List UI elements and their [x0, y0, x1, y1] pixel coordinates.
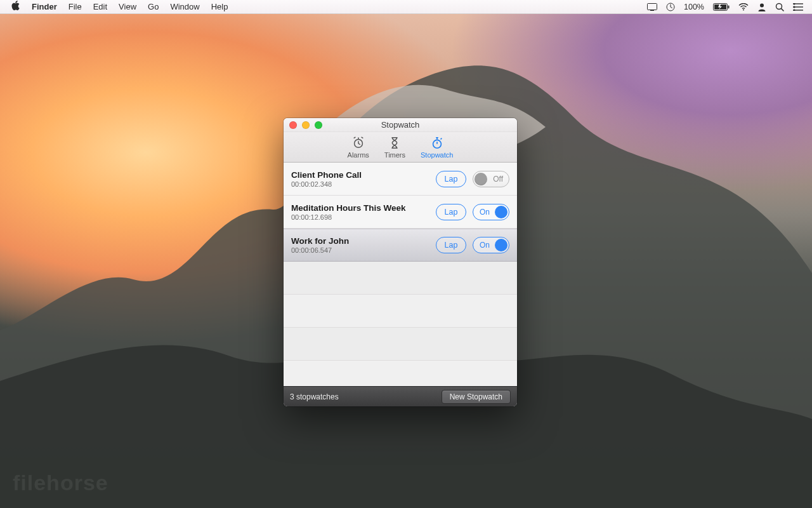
- hourglass-icon: [388, 136, 402, 150]
- spotlight-icon[interactable]: [775, 3, 784, 11]
- status-text: 3 stopwatches: [290, 392, 339, 401]
- svg-point-6: [743, 9, 744, 10]
- lap-button[interactable]: Lap: [436, 171, 466, 187]
- stopwatch-time: 00:00:06.547: [291, 246, 349, 254]
- svg-rect-1: [650, 10, 654, 11]
- svg-line-9: [782, 8, 784, 11]
- window-close-button[interactable]: [289, 121, 297, 129]
- battery-percent[interactable]: 100%: [684, 3, 704, 11]
- run-toggle[interactable]: On: [473, 204, 509, 220]
- new-stopwatch-button[interactable]: New Stopwatch: [442, 390, 511, 404]
- watermark: filehorse: [13, 471, 108, 495]
- toolbar: Alarms Timers Stopwatch: [284, 132, 517, 163]
- toggle-knob: [495, 206, 508, 218]
- user-icon[interactable]: [757, 3, 766, 11]
- svg-rect-5: [728, 5, 730, 8]
- run-toggle[interactable]: Off: [473, 171, 509, 187]
- menubar-item-file[interactable]: File: [69, 2, 82, 11]
- toggle-label: On: [480, 208, 490, 217]
- wifi-icon[interactable]: [738, 3, 749, 11]
- svg-rect-0: [648, 3, 657, 10]
- titlebar[interactable]: Stopwatch: [284, 118, 517, 132]
- battery-icon[interactable]: [713, 3, 730, 11]
- empty-row: [284, 328, 517, 361]
- menubar-item-edit[interactable]: Edit: [93, 2, 107, 11]
- apple-icon[interactable]: [11, 1, 20, 13]
- empty-row: [284, 295, 517, 328]
- svg-point-7: [760, 3, 764, 7]
- toggle-label: Off: [493, 175, 503, 184]
- empty-row: [284, 361, 517, 386]
- statusbar: 3 stopwatches New Stopwatch: [284, 386, 517, 406]
- lap-button[interactable]: Lap: [436, 237, 466, 253]
- stopwatch-row[interactable]: Work for John 00:00:06.547 Lap On: [284, 229, 517, 262]
- alarm-clock-icon: [351, 136, 365, 150]
- display-icon[interactable]: [647, 3, 657, 11]
- menubar-item-view[interactable]: View: [119, 2, 136, 11]
- clock-icon[interactable]: [666, 3, 675, 11]
- svg-point-13: [794, 3, 796, 5]
- tab-label: Timers: [384, 151, 405, 159]
- tab-label: Stopwatch: [421, 151, 453, 159]
- stopwatch-time: 00:00:02.348: [291, 180, 362, 188]
- svg-point-18: [433, 140, 441, 148]
- stopwatch-label: Meditation Hours This Week: [291, 203, 406, 213]
- lap-button[interactable]: Lap: [436, 204, 466, 220]
- menubar-item-window[interactable]: Window: [170, 2, 199, 11]
- stopwatch-icon: [430, 136, 444, 150]
- svg-point-14: [794, 6, 796, 8]
- desktop: Finder File Edit View Go Window Help 100…: [0, 0, 812, 508]
- tab-stopwatch[interactable]: Stopwatch: [421, 136, 453, 159]
- tab-timers[interactable]: Timers: [384, 136, 405, 159]
- stopwatch-label: Work for John: [291, 236, 349, 246]
- notification-center-icon[interactable]: [793, 3, 803, 11]
- menubar: Finder File Edit View Go Window Help 100…: [0, 0, 812, 14]
- stopwatch-window: Stopwatch Alarms Timers Stopwatch: [284, 118, 517, 406]
- window-zoom-button[interactable]: [315, 121, 322, 129]
- toggle-label: On: [480, 241, 490, 250]
- stopwatch-list: Client Phone Call 00:00:02.348 Lap Off M…: [284, 163, 517, 386]
- menubar-item-help[interactable]: Help: [211, 2, 228, 11]
- run-toggle[interactable]: On: [473, 237, 509, 253]
- window-minimize-button[interactable]: [302, 121, 310, 129]
- stopwatch-row[interactable]: Meditation Hours This Week 00:00:12.698 …: [284, 196, 517, 229]
- tab-label: Alarms: [348, 151, 369, 159]
- svg-point-17: [358, 138, 359, 139]
- toggle-knob: [495, 239, 508, 251]
- menubar-item-go[interactable]: Go: [148, 2, 159, 11]
- stopwatch-row[interactable]: Client Phone Call 00:00:02.348 Lap Off: [284, 163, 517, 196]
- toggle-knob: [475, 173, 487, 185]
- stopwatch-time: 00:00:12.698: [291, 213, 406, 221]
- tab-alarms[interactable]: Alarms: [348, 136, 369, 159]
- menubar-app-name[interactable]: Finder: [32, 2, 57, 11]
- empty-row: [284, 262, 517, 295]
- stopwatch-label: Client Phone Call: [291, 170, 362, 180]
- svg-point-15: [794, 9, 796, 11]
